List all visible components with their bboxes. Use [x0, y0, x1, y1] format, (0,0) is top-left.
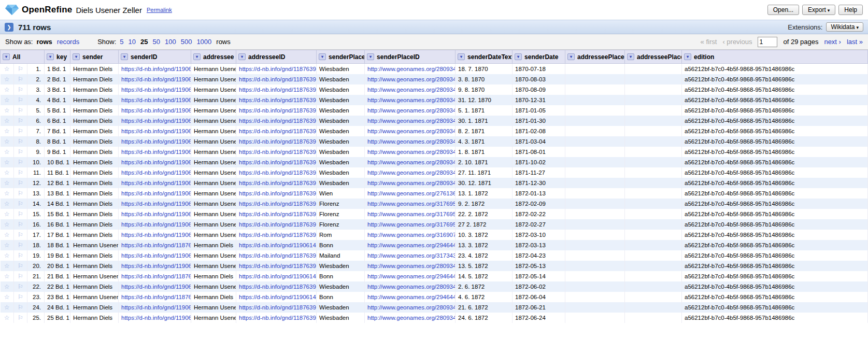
cell-addresseeplace[interactable]: [565, 95, 625, 105]
cell-senderid[interactable]: https://d-nb.info/gnd/119061457: [119, 167, 191, 178]
star-icon[interactable]: ☆: [1, 126, 14, 136]
star-icon[interactable]: ☆: [1, 64, 14, 75]
cell-sender[interactable]: Hermann Diels: [70, 302, 119, 313]
cell-edition[interactable]: a56212bf-b7c0-4b5f-9868-957b1486986c: [682, 64, 868, 75]
collapse-panel-icon[interactable]: ❯: [5, 23, 13, 32]
flag-icon[interactable]: ⚐: [14, 116, 27, 126]
cell-addresseeid[interactable]: https://d-nb.info/gnd/118763946: [236, 302, 317, 313]
cell-senderdatetext[interactable]: 3. 8. 1870: [456, 74, 513, 84]
cell-addresseeplaceid[interactable]: [625, 95, 682, 105]
cell-sender[interactable]: Hermann Diels: [70, 116, 119, 126]
flag-icon[interactable]: ⚐: [14, 188, 27, 199]
cell-senderplace[interactable]: Wiesbaden: [317, 157, 365, 167]
cell-senderplace[interactable]: Wiesbaden: [317, 178, 365, 188]
cell-senderdate[interactable]: 1871-08-01: [513, 147, 565, 157]
cell-senderdatetext[interactable]: 27 2. 1872: [456, 219, 513, 230]
cell-sender[interactable]: Hermann Diels: [70, 188, 119, 199]
cell-key[interactable]: 3 Bd. 1: [45, 84, 70, 95]
flag-icon[interactable]: ⚐: [14, 199, 27, 209]
cell-senderplaceid[interactable]: http://www.geonames.org/3169070: [365, 230, 456, 240]
cell-edition[interactable]: a56212bf-b7c0-4b5f-9868-957b1486986c: [682, 178, 868, 188]
flag-icon[interactable]: ⚐: [14, 209, 27, 219]
cell-senderplaceid[interactable]: http://www.geonames.org/2946447: [365, 292, 456, 302]
cell-addresseeplace[interactable]: [565, 167, 625, 178]
cell-addressee[interactable]: Hermann Diels: [191, 292, 236, 302]
star-icon[interactable]: ☆: [1, 116, 14, 126]
cell-sender[interactable]: Hermann Diels: [70, 167, 119, 178]
cell-addresseeplaceid[interactable]: [625, 281, 682, 292]
cell-senderplace[interactable]: Florenz: [317, 209, 365, 219]
cell-edition[interactable]: a56212bf-b7c0-4b5f-9868-957b1486986c: [682, 95, 868, 105]
cell-senderid[interactable]: https://d-nb.info/gnd/119061457: [119, 74, 191, 84]
cell-addresseeid[interactable]: https://d-nb.info/gnd/118763946: [236, 178, 317, 188]
column-dropdown-icon[interactable]: ▾: [367, 53, 374, 60]
column-dropdown-icon[interactable]: ▾: [515, 53, 522, 60]
cell-sender[interactable]: Hermann Diels: [70, 64, 119, 75]
cell-addresseeid[interactable]: https://d-nb.info/gnd/118763946: [236, 261, 317, 271]
cell-addressee[interactable]: Hermann Usener: [191, 147, 236, 157]
column-dropdown-icon[interactable]: ▾: [193, 53, 201, 60]
cell-addresseeplaceid[interactable]: [625, 116, 682, 126]
flag-icon[interactable]: ⚐: [14, 292, 27, 302]
cell-edition[interactable]: a56212bf-b7c0-4b5f-9868-957b1486986c: [682, 188, 868, 199]
show-as-records[interactable]: records: [57, 38, 79, 46]
cell-addresseeplace[interactable]: [565, 105, 625, 116]
star-icon[interactable]: ☆: [1, 95, 14, 105]
cell-addressee[interactable]: Hermann Usener: [191, 95, 236, 105]
star-icon[interactable]: ☆: [1, 240, 14, 250]
cell-senderdatetext[interactable]: 4. 6. 1872: [456, 292, 513, 302]
cell-addresseeplace[interactable]: [565, 147, 625, 157]
cell-edition[interactable]: a56212bf-b7c0-4b5f-9868-957b1486986c: [682, 313, 868, 323]
flag-icon[interactable]: ⚐: [14, 302, 27, 313]
cell-senderdatetext[interactable]: 4. 3. 1871: [456, 136, 513, 147]
cell-addressee[interactable]: Hermann Usener: [191, 188, 236, 199]
cell-addresseeplaceid[interactable]: [625, 126, 682, 136]
cell-sender[interactable]: Hermann Diels: [70, 199, 119, 209]
cell-senderid[interactable]: https://d-nb.info/gnd/119061457: [119, 199, 191, 209]
cell-senderdate[interactable]: 1871-10-02: [513, 157, 565, 167]
flag-icon[interactable]: ⚐: [14, 126, 27, 136]
cell-addressee[interactable]: Hermann Usener: [191, 209, 236, 219]
cell-senderplaceid[interactable]: http://www.geonames.org/2946447: [365, 271, 456, 281]
flag-icon[interactable]: ⚐: [14, 136, 27, 147]
cell-senderid[interactable]: https://d-nb.info/gnd/119061457: [119, 136, 191, 147]
cell-senderdate[interactable]: 1872-02-22: [513, 209, 565, 219]
cell-senderid[interactable]: https://d-nb.info/gnd/119061457: [119, 230, 191, 240]
cell-senderplace[interactable]: Wien: [317, 188, 365, 199]
cell-addresseeplaceid[interactable]: [625, 209, 682, 219]
cell-senderid[interactable]: https://d-nb.info/gnd/119061457: [119, 126, 191, 136]
star-icon[interactable]: ☆: [1, 157, 14, 167]
cell-key[interactable]: 4 Bd. 1: [45, 95, 70, 105]
cell-edition[interactable]: a56212bf-b7c0-4b5f-9868-957b1486986c: [682, 157, 868, 167]
cell-addresseeplace[interactable]: [565, 136, 625, 147]
cell-senderid[interactable]: https://d-nb.info/gnd/119061457: [119, 157, 191, 167]
cell-key[interactable]: 11 Bd. 1: [45, 167, 70, 178]
cell-senderplaceid[interactable]: http://www.geonames.org/2809346: [365, 136, 456, 147]
cell-sender[interactable]: Hermann Diels: [70, 250, 119, 261]
flag-icon[interactable]: ⚐: [14, 64, 27, 75]
cell-addresseeplaceid[interactable]: [625, 219, 682, 230]
cell-senderdatetext[interactable]: 31. 12. 1870: [456, 95, 513, 105]
cell-sender[interactable]: Hermann Diels: [70, 147, 119, 157]
cell-addresseeplace[interactable]: [565, 188, 625, 199]
cell-edition[interactable]: a56212bf-b7c0-4b5f-9868-957b1486986c: [682, 230, 868, 240]
cell-addressee[interactable]: Hermann Usener: [191, 84, 236, 95]
cell-edition[interactable]: a56212bf-b7c0-4b5f-9868-957b1486986c: [682, 116, 868, 126]
cell-addresseeplaceid[interactable]: [625, 230, 682, 240]
column-dropdown-icon[interactable]: ▾: [238, 53, 246, 60]
cell-senderdatetext[interactable]: 2. 6. 1872: [456, 281, 513, 292]
help-button[interactable]: Help: [838, 5, 863, 15]
cell-sender[interactable]: Hermann Diels: [70, 105, 119, 116]
column-dropdown-icon[interactable]: ▾: [73, 53, 80, 60]
cell-senderid[interactable]: https://d-nb.info/gnd/119061457: [119, 219, 191, 230]
cell-edition[interactable]: a56212bf-b7c0-4b5f-9868-957b1486986c: [682, 209, 868, 219]
flag-icon[interactable]: ⚐: [14, 230, 27, 240]
cell-senderplace[interactable]: Wiesbaden: [317, 116, 365, 126]
cell-addresseeid[interactable]: https://d-nb.info/gnd/118763946: [236, 74, 317, 84]
cell-senderid[interactable]: https://d-nb.info/gnd/119061457: [119, 95, 191, 105]
cell-senderplace[interactable]: Florenz: [317, 199, 365, 209]
cell-key[interactable]: 22 Bd. 1: [45, 281, 70, 292]
cell-addresseeid[interactable]: https://d-nb.info/gnd/118763946: [236, 230, 317, 240]
cell-senderid[interactable]: https://d-nb.info/gnd/119061457: [119, 64, 191, 75]
cell-senderplace[interactable]: Wiesbaden: [317, 84, 365, 95]
